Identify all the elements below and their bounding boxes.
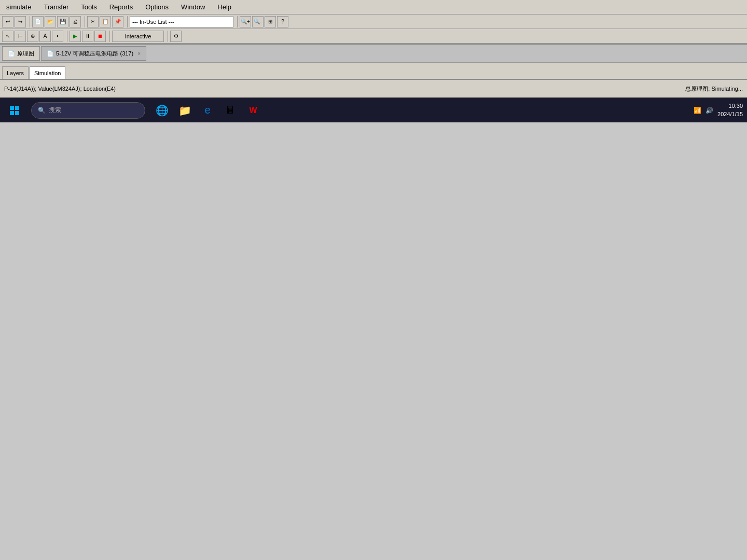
menu-items: simulate Transfer Tools Reports Options … (4, 2, 233, 12)
taskbar-calculator[interactable]: 🖩 (220, 100, 241, 121)
tb-new[interactable]: 📄 (32, 16, 44, 27)
tb-zoom-fit[interactable]: ⊞ (265, 16, 276, 27)
in-use-dropdown[interactable]: --- In-Use List --- (130, 16, 233, 27)
menu-simulate[interactable]: simulate (4, 2, 33, 12)
clock-time: 10:30 (717, 102, 743, 110)
tb-sep-4 (236, 16, 238, 27)
start-button[interactable] (4, 100, 25, 121)
taskbar-search-box[interactable]: 🔍 搜索 (31, 102, 145, 119)
windows-icon (9, 105, 20, 116)
statusbar-left: P-14(J14A)); Value(LM324AJ); Location(E4… (4, 86, 116, 92)
tb-copy[interactable]: 📋 (100, 16, 111, 27)
tb-sep-7 (166, 31, 168, 42)
menu-transfer[interactable]: Transfer (42, 2, 71, 12)
tb-paste[interactable]: 📌 (112, 16, 123, 27)
tb-interactive[interactable]: Interactive (112, 31, 164, 42)
sheet-tab-2-label: 5-12V 可调稳压电源电路 (317) (56, 50, 133, 58)
tb-sep-5 (65, 31, 67, 42)
tb-open[interactable]: 📂 (45, 16, 56, 27)
chrome-icon: 🌐 (156, 104, 169, 117)
statusbar-right: 总原理图: Simulating... (685, 85, 743, 93)
sheet-tab-2[interactable]: 📄 5-12V 可调稳压电源电路 (317) × (41, 46, 146, 61)
tb-sep-6 (108, 31, 110, 42)
svg-rect-233 (15, 111, 19, 115)
tb-redo[interactable]: ↪ (15, 16, 26, 27)
menu-window[interactable]: Window (179, 2, 207, 12)
menu-bar: simulate Transfer Tools Reports Options … (0, 0, 747, 15)
bottom-panel-tabs: Layers Simulation (0, 62, 747, 79)
sheet-tab-1-icon: 📄 (8, 50, 15, 57)
toolbar-1: ↩ ↪ 📄 📂 💾 🖨 ✂ 📋 📌 --- In-Use List --- 🔍+… (0, 15, 747, 29)
tb-help[interactable]: ? (277, 16, 288, 27)
sheet-tab-2-close[interactable]: × (137, 51, 141, 57)
menu-reports[interactable]: Reports (107, 2, 135, 12)
tb-zoom-in[interactable]: 🔍+ (240, 16, 251, 27)
statusbar: P-14(J14A)); Value(LM324AJ); Location(E4… (0, 79, 747, 97)
sheet-tab-2-icon: 📄 (47, 50, 54, 57)
tb-zoom-out[interactable]: 🔍- (252, 16, 264, 27)
tab-layers[interactable]: Layers (2, 66, 29, 79)
search-icon: 🔍 (38, 107, 46, 114)
volume-icon: 🔊 (706, 107, 713, 114)
toolbar-2: ↖ ⊢ ⊕ A • ▶ ⏸ ⏹ Interactive ⚙ (0, 29, 747, 44)
sheet-tab-1[interactable]: 📄 原理图 (2, 46, 40, 61)
tab-simulation[interactable]: Simulation (30, 66, 65, 79)
taskbar-chrome[interactable]: 🌐 (151, 100, 172, 121)
edge-icon: e (204, 104, 210, 116)
tb-sep-3 (126, 16, 128, 27)
wd-icon: W (249, 106, 257, 115)
tab-simulation-label: Simulation (34, 70, 61, 76)
menu-help[interactable]: Help (215, 2, 233, 12)
tb-print[interactable]: 🖨 (70, 16, 81, 27)
tb-junction[interactable]: • (52, 31, 63, 42)
tb-undo[interactable]: ↩ (2, 16, 13, 27)
tb-stop[interactable]: ⏹ (94, 31, 106, 42)
files-icon: 📁 (178, 104, 191, 117)
svg-rect-231 (15, 106, 19, 110)
tb-save[interactable]: 💾 (57, 16, 68, 27)
tb-pointer[interactable]: ↖ (2, 31, 13, 42)
sheet-tabs: 📄 原理图 📄 5-12V 可调稳压电源电路 (317) × (0, 44, 747, 62)
tab-layers-label: Layers (7, 70, 24, 76)
taskbar-edge[interactable]: e (197, 100, 218, 121)
system-tray: 📶 🔊 10:30 2024/1/15 (694, 102, 743, 118)
clock-date: 2024/1/15 (717, 110, 743, 118)
tb-label[interactable]: A (39, 31, 51, 42)
tb-sep-1 (28, 16, 30, 27)
taskbar: 🔍 搜索 🌐 📁 e 🖩 W 📶 🔊 10:30 2024/1/15 (0, 97, 747, 122)
svg-rect-230 (10, 106, 14, 110)
tb-sep-2 (83, 16, 85, 27)
tb-sim-settings[interactable]: ⚙ (170, 31, 182, 42)
tb-run[interactable]: ▶ (70, 31, 81, 42)
sheet-tab-1-label: 原理图 (17, 50, 34, 58)
taskbar-wd[interactable]: W (243, 100, 264, 121)
tb-pause[interactable]: ⏸ (82, 31, 93, 42)
calc-icon: 🖩 (225, 104, 236, 116)
svg-rect-232 (10, 111, 14, 115)
menu-tools[interactable]: Tools (79, 2, 99, 12)
network-icon: 📶 (694, 107, 701, 114)
taskbar-files[interactable]: 📁 (174, 100, 195, 121)
tb-wire[interactable]: ⊢ (15, 31, 26, 42)
search-placeholder: 搜索 (49, 106, 61, 115)
menu-options[interactable]: Options (143, 2, 171, 12)
tb-cut[interactable]: ✂ (87, 16, 99, 27)
tb-component[interactable]: ⊕ (27, 31, 38, 42)
taskbar-clock: 10:30 2024/1/15 (717, 102, 743, 118)
